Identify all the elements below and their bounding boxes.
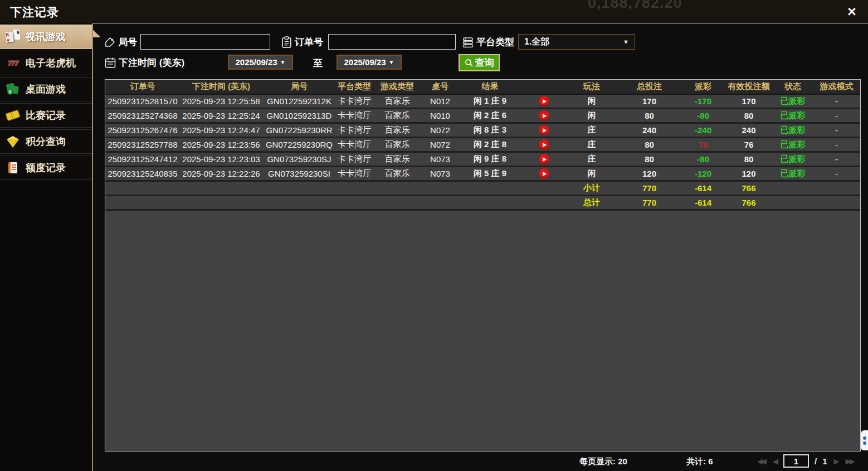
column-header: 有效投注额 [725,81,773,92]
total-count-display: 共计: 6 [686,457,713,467]
next-page-icon[interactable]: ▶ [833,456,839,467]
play-triangle [543,128,547,133]
payout-cell: -170 [681,96,725,106]
valid-bet-cell: 76 [725,140,773,149]
date-from-select[interactable]: 2025/09/23 ▼ [228,55,293,70]
search-button[interactable]: 查询 [459,54,500,71]
column-header: 派彩 [681,81,725,92]
bet-time-cell: 2025-09-23 12:25:24 [180,111,262,120]
game-type-cell: 百家乐 [373,168,422,179]
play-video-icon[interactable] [539,139,549,150]
chevron-down-icon: ▼ [280,59,286,65]
order-id-cell: 250923125274368 [105,111,180,120]
bet-side-cell: 庄 [566,139,617,150]
bet-time-cell: 2025-09-23 12:22:26 [180,169,262,178]
sidebar-item-2[interactable]: 777电子老虎机 [0,51,92,75]
close-icon[interactable]: × [842,2,861,21]
play-video-icon[interactable] [539,125,549,135]
first-page-icon[interactable]: ◀◀ [756,456,766,467]
page-separator: / [815,457,817,466]
game-mode-cell: - [813,154,860,164]
video-games-cards-icon: 9K♥ [4,30,21,44]
subtotal-row-cell: -614 [681,183,725,193]
side-floating-button[interactable] [861,430,868,450]
play-triangle [543,114,547,118]
previous-page-icon[interactable]: ◀ [772,456,778,467]
platform-type-cell: 卡卡湾厅 [336,96,373,106]
tag-icon [105,37,115,47]
play-video-icon[interactable] [539,96,549,106]
platform-filter-group: 平台类型 [462,36,514,48]
sidebar-item-6[interactable]: 额度记录 [0,156,92,180]
sidebar-item-4[interactable]: 比赛记录 [0,103,92,128]
valid-bet-cell: 80 [725,154,773,164]
total-bet-cell: 240 [617,125,681,135]
date-from-value: 2025/09/23 [236,57,277,67]
sidebar-item-label: 比赛记录 [26,109,66,122]
game-type-cell: 百家乐 [373,154,422,164]
game-mode-cell: - [813,111,860,120]
table-row: 2509231252743682025-09-23 12:25:24GN0102… [105,109,860,124]
result-cell: 闲 2 庄 6 [459,110,521,121]
pagination-bar: 每页显示: 20 共计: 6 ◀◀ ◀ 1 / 1 ▶ ▶▶ [93,451,868,471]
total-bet-cell: 80 [617,140,681,149]
bet-time-cell: 2025-09-23 12:25:58 [180,96,262,106]
title-bar: 下注记录 × [0,0,868,23]
sidebar-item-label: 桌面游戏 [26,82,66,96]
round-number-cell: GN0122592312K [262,96,336,106]
result-cell: 闲 5 庄 9 [459,168,521,179]
result-cell: 闲 8 庄 3 [459,125,521,135]
play-video-icon[interactable] [539,110,549,121]
table-body: 2509231252815702025-09-23 12:25:58GN0122… [105,95,860,211]
column-header: 桌号 [422,81,459,92]
total-bet-cell: 80 [617,111,681,120]
bet-time-filter-label: 下注时间 (美东) [119,56,184,69]
last-page-icon[interactable]: ▶▶ [845,456,855,467]
bet-records-dialog: 0,188,782.20 Nadine GN01225 大师 闲庄闲闲和闲6和闲… [0,0,868,471]
order-number-input[interactable] [328,34,456,50]
date-to-select[interactable]: 2025/09/23 ▼ [337,55,402,70]
column-header: 结果 [459,81,521,92]
game-type-cell: 百家乐 [373,96,422,106]
play-video-icon[interactable] [539,168,549,179]
column-header: 局号 [262,81,336,92]
total-row-cell: -614 [681,198,725,207]
replay-cell [521,125,566,135]
order-id-cell: 250923125257788 [105,140,180,149]
ticket-icon [4,111,21,119]
subtotal-row: 小计770-614766 [105,182,860,196]
slot-777-icon: 777 [4,59,21,67]
sidebar-item-3[interactable]: $桌面游戏 [0,77,92,101]
order-id-cell: 250923125267476 [105,125,180,135]
table-header-row: 订单号下注时间 (美东)局号平台类型游戏类型桌号结果玩法总投注派彩有效投注额状态… [105,80,860,95]
result-cell: 闲 1 庄 9 [459,96,521,106]
table-row: 2509231252674762025-09-23 12:24:47GN0722… [105,124,860,138]
calendar-icon [105,57,116,69]
sidebar: 9K♥视讯游戏777电子老虎机$桌面游戏比赛记录积分查询额度记录 [0,23,92,471]
sidebar-item-1[interactable]: 9K♥视讯游戏 [0,25,92,49]
bet-side-cell: 闲 [566,96,617,106]
table-row: 2509231252815702025-09-23 12:25:58GN0122… [105,95,860,109]
replay-cell [521,154,566,164]
chevron-down-icon: ▼ [623,38,629,45]
bet-side-cell: 闲 [566,168,617,179]
game-mode-cell: - [813,96,860,106]
platform-type-select[interactable]: 1.全部 ▼ [518,34,635,50]
table-number-cell: N073 [422,154,459,164]
game-type-cell: 百家乐 [373,139,422,150]
platform-type-cell: 卡卡湾厅 [336,139,373,150]
total-row-cell: 766 [725,198,773,207]
replay-cell [521,139,566,150]
status-cell: 已派彩 [773,96,813,106]
round-number-input[interactable] [140,34,270,50]
search-icon [465,59,474,67]
page-number-input[interactable]: 1 [783,454,809,468]
sidebar-item-label: 电子老虎机 [26,56,76,70]
sidebar-divider [92,23,93,471]
page-title: 下注记录 [10,4,59,20]
total-row-label: 总计 [566,197,617,208]
bet-time-cell: 2025-09-23 12:23:56 [180,140,262,149]
sidebar-item-5[interactable]: 积分查询 [0,129,92,154]
order-filter-label: 订单号 [295,36,323,48]
play-video-icon[interactable] [539,154,549,164]
